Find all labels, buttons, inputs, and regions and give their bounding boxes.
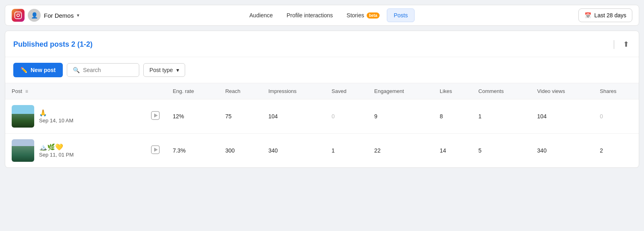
col-post: Post ≡ (5, 83, 166, 99)
post-emoji: 🏔️🌿💛 (39, 143, 74, 151)
impressions-cell: 104 (262, 99, 325, 134)
card-title: Published posts 2 (1-2) (13, 40, 93, 49)
engagement-cell: 22 (368, 134, 433, 168)
post-cell-0: 🙏 Sep 14, 10 AM (5, 99, 166, 134)
svg-rect-0 (15, 12, 22, 19)
reach-cell: 75 (219, 99, 262, 134)
tab-stories[interactable]: Stories beta (340, 9, 386, 22)
col-video-views: Video views (531, 83, 594, 99)
post-date: Sep 14, 10 AM (39, 118, 73, 124)
saved-cell: 0 (325, 99, 368, 134)
tab-profile-interactions[interactable]: Profile interactions (280, 9, 339, 22)
col-eng-rate: Eng. rate (166, 83, 219, 99)
post-cell-1: 🏔️🌿💛 Sep 11, 01 PM (5, 134, 166, 168)
col-comments: Comments (472, 83, 531, 99)
post-emoji: 🙏 (39, 109, 73, 117)
saved-cell: 1 (325, 134, 368, 168)
tab-posts[interactable]: Posts (387, 8, 415, 22)
posts-table: Post ≡ Eng. rate Reach Impressions Saved… (5, 83, 639, 167)
video-views-cell: 340 (531, 134, 594, 168)
post-type-icon (151, 111, 160, 122)
nav-left: 👤 For Demos ▾ (12, 9, 79, 22)
table-header-row: Post ≡ Eng. rate Reach Impressions Saved… (5, 83, 639, 99)
pencil-icon: ✏️ (21, 67, 27, 73)
reach-cell: 300 (219, 134, 262, 168)
eng-rate-cell: 12% (166, 99, 219, 134)
calendar-icon: 📅 (584, 12, 591, 19)
svg-marker-4 (154, 113, 158, 118)
svg-point-1 (17, 14, 20, 17)
col-likes: Likes (433, 83, 472, 99)
date-range-button[interactable]: 📅 Last 28 days (578, 8, 632, 22)
search-icon: 🔍 (73, 67, 80, 73)
post-type-dropdown[interactable]: Post type ▾ (143, 63, 185, 77)
svg-marker-6 (154, 148, 158, 152)
comments-cell: 5 (472, 134, 531, 168)
likes-cell: 14 (433, 134, 472, 168)
chevron-down-icon: ▾ (176, 67, 179, 73)
account-name: For Demos (44, 12, 74, 19)
col-saved: Saved (325, 83, 368, 99)
divider-icon: │ (611, 39, 618, 50)
dropdown-icon[interactable]: ▾ (77, 12, 79, 18)
col-engagement: Engagement (368, 83, 433, 99)
new-post-button[interactable]: ✏️ New post (13, 63, 63, 77)
eng-rate-cell: 7.3% (166, 134, 219, 168)
table-row: 🏔️🌿💛 Sep 11, 01 PM 7.3% 300 340 1 22 14 … (5, 134, 639, 168)
sort-icon[interactable]: ≡ (25, 89, 28, 94)
impressions-cell: 340 (262, 134, 325, 168)
col-impressions: Impressions (262, 83, 325, 99)
post-date: Sep 11, 01 PM (39, 152, 74, 158)
search-input[interactable] (83, 67, 131, 73)
search-box: 🔍 (67, 63, 139, 77)
post-meta: 🙏 Sep 14, 10 AM (39, 109, 73, 124)
card-header: Published posts 2 (1-2) │ ⬆ (5, 31, 639, 57)
toolbar: ✏️ New post 🔍 Post type ▾ (5, 57, 639, 83)
nav-right: 📅 Last 28 days (578, 8, 632, 22)
video-views-cell: 104 (531, 99, 594, 134)
post-type-icon (151, 145, 160, 156)
engagement-cell: 9 (368, 99, 433, 134)
svg-point-2 (20, 13, 21, 14)
main-card: Published posts 2 (1-2) │ ⬆ ✏️ New post … (5, 31, 639, 168)
header-actions: │ ⬆ (611, 38, 631, 50)
comments-cell: 1 (472, 99, 531, 134)
post-thumbnail (12, 139, 34, 162)
post-meta: 🏔️🌿💛 Sep 11, 01 PM (39, 143, 74, 158)
export-button[interactable]: ⬆ (621, 38, 631, 50)
table-row: 🙏 Sep 14, 10 AM 12% 75 104 0 9 8 1 104 0 (5, 99, 639, 134)
avatar: 👤 (28, 9, 41, 22)
beta-badge: beta (367, 12, 380, 19)
post-thumbnail (12, 105, 34, 128)
shares-cell: 0 (593, 99, 639, 134)
top-nav: 👤 For Demos ▾ Audience Profile interacti… (5, 5, 639, 26)
tab-audience[interactable]: Audience (243, 9, 279, 22)
col-reach: Reach (219, 83, 262, 99)
shares-cell: 2 (593, 134, 639, 168)
instagram-icon (12, 9, 25, 22)
likes-cell: 8 (433, 99, 472, 134)
col-shares: Shares (593, 83, 639, 99)
nav-tabs: Audience Profile interactions Stories be… (243, 8, 415, 22)
